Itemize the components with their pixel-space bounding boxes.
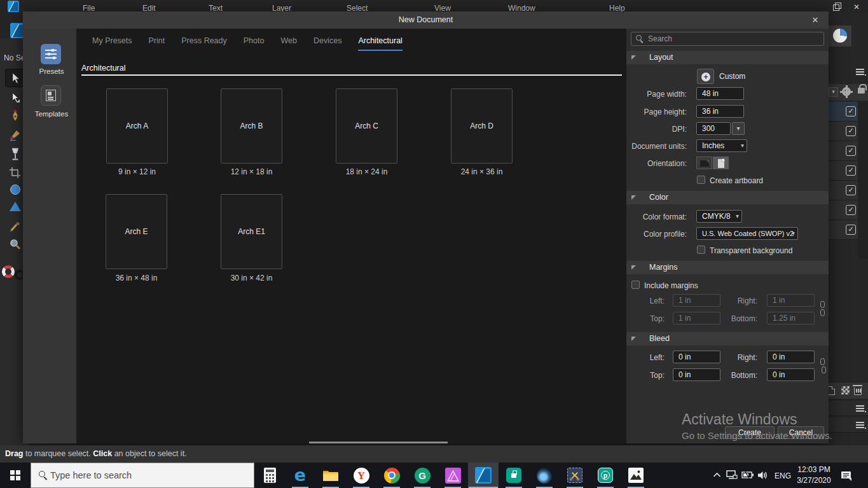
chrome-icon [384,468,400,484]
layer-row[interactable]: ✓ [829,200,858,220]
tab-press-ready[interactable]: Press Ready [181,36,227,51]
taskbar-affinity-designer[interactable] [468,463,499,488]
taskbar-affinity-photo[interactable] [437,463,468,488]
horizontal-scrollbar[interactable] [309,442,448,443]
templates-nav-button[interactable] [41,85,61,106]
tab-devices[interactable]: Devices [313,36,341,51]
restore-window-button[interactable] [833,3,839,11]
taskbar-swoosh-app[interactable] [529,463,560,488]
taskbar-search[interactable] [31,463,254,488]
taskbar-search-input[interactable] [50,468,241,482]
layer-row[interactable]: ✓ [829,161,858,181]
close-window-button[interactable]: ✕ [853,3,860,11]
layer-visibility-checkbox[interactable]: ✓ [846,106,856,116]
dpi-dropdown-button[interactable]: ▾ [732,122,745,135]
layer-visibility-checkbox[interactable]: ✓ [846,126,856,136]
templates-icon [46,90,56,101]
taskbar-clock[interactable]: 12:03 PM 3/27/2020 [795,464,833,486]
preset-card-arch-d[interactable]: Arch D [451,88,513,164]
panel-row [825,401,868,416]
new-layer-icon[interactable] [828,386,835,395]
tray-battery-button[interactable] [741,463,757,488]
link-margins-icon[interactable] [820,301,825,317]
taskbar-grammarly[interactable]: G [407,463,437,488]
layer-visibility-checkbox[interactable]: ✓ [846,205,856,215]
include-margins-checkbox[interactable] [631,281,640,289]
tray-chevron-button[interactable] [712,463,725,488]
tab-my-presets[interactable]: My Presets [92,36,132,51]
bleed-top-input[interactable] [673,368,720,381]
page-height-input[interactable] [696,105,744,118]
units-dropdown[interactable]: Inches▾ [696,139,747,152]
preset-card-arch-e1[interactable]: Arch E1 [221,194,282,269]
gear-icon[interactable] [842,87,851,96]
action-center-button[interactable] [841,463,857,488]
layer-row[interactable]: ✓ [829,181,858,200]
margins-section-header[interactable]: Margins [626,261,829,274]
portrait-orientation-button[interactable] [713,157,729,169]
taskbar-p-app[interactable]: p [590,463,621,488]
preset-card-arch-b[interactable]: Arch B [221,88,282,164]
taskbar-security-app[interactable] [499,463,529,488]
layout-section-header[interactable]: Layout [626,51,829,64]
bleed-right-input[interactable] [767,351,815,363]
taskbar-chrome[interactable] [376,463,407,488]
taskbar-edge[interactable]: e [285,463,315,488]
cancel-button[interactable]: Cancel [778,426,824,439]
layer-row[interactable]: ✓ [829,141,858,161]
layer-row[interactable]: ✓ [829,220,858,240]
create-button[interactable]: Create [725,426,775,439]
blend-mode-dropdown[interactable]: ▾ [829,87,838,97]
preset-card-arch-c[interactable]: Arch C [336,88,397,164]
tab-photo[interactable]: Photo [244,36,265,51]
dialog-close-button[interactable]: ✕ [809,15,821,26]
landscape-orientation-button[interactable] [696,157,712,169]
taskbar-photos[interactable] [621,463,651,488]
taskbar-snipping-app[interactable] [560,463,590,488]
taskbar-yandex[interactable]: Y [346,463,376,488]
tab-architectural[interactable]: Architectural [358,36,402,51]
bleed-bottom-input[interactable] [767,368,815,381]
menu-icon[interactable] [856,422,864,428]
layer-visibility-checkbox[interactable]: ✓ [846,165,856,176]
transparent-background-checkbox[interactable] [697,246,705,254]
start-button[interactable] [0,463,31,488]
taskbar-file-explorer[interactable] [315,463,346,488]
layer-row[interactable]: ✓ [829,122,858,141]
preset-card-arch-a[interactable]: Arch A [106,88,168,164]
color-profile-dropdown[interactable]: U.S. Web Coated (SWOP) v2▾ [696,227,798,240]
taskbar-calculator[interactable] [254,463,285,488]
tray-volume-button[interactable] [757,463,771,488]
tray-network-button[interactable] [726,463,740,488]
page-width-input[interactable] [696,87,744,100]
bleed-left-input[interactable] [673,351,720,363]
bleed-section-header[interactable]: Bleed [626,332,829,345]
panel-menu-button[interactable] [856,69,864,75]
language-indicator[interactable]: ENG [775,471,791,480]
layer-visibility-checkbox[interactable]: ✓ [846,185,856,195]
menu-icon[interactable] [856,405,864,412]
create-artboard-checkbox[interactable] [697,176,705,184]
layers-scroll-gutter[interactable] [858,102,868,259]
dpi-value[interactable]: 300 [696,122,731,135]
lock-icon[interactable] [858,88,865,94]
layer-visibility-checkbox[interactable]: ✓ [846,146,856,156]
search-input[interactable] [648,33,820,45]
dialog-titlebar[interactable]: New Document ✕ [23,11,829,29]
presets-nav-button[interactable] [41,44,61,64]
custom-preset-button[interactable]: + [697,69,714,84]
preset-search[interactable] [631,32,824,46]
color-panel-tab[interactable] [829,25,851,46]
layer-visibility-checkbox[interactable]: ✓ [846,225,856,235]
bleed-right-label: Right: [719,353,757,362]
preset-card-arch-e[interactable]: Arch E [106,194,167,269]
tab-web[interactable]: Web [280,36,296,51]
tab-print[interactable]: Print [149,36,165,51]
color-format-dropdown[interactable]: CMYK/8▾ [696,210,742,223]
color-section-header[interactable]: Color [626,191,829,204]
margin-left-label: Left: [626,296,665,305]
link-bleed-icon[interactable] [820,358,825,375]
trash-icon[interactable] [854,387,862,395]
transparency-icon[interactable] [841,386,850,394]
layer-row[interactable]: ✓ [829,102,858,122]
